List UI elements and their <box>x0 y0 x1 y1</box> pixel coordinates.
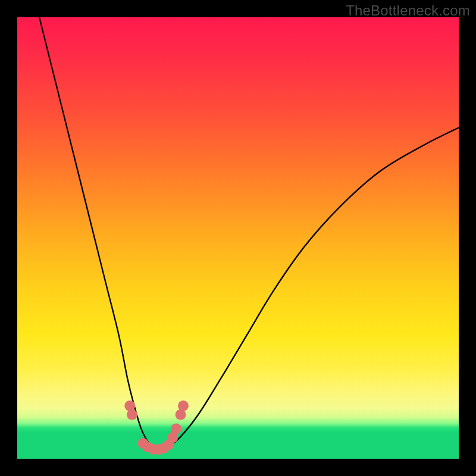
curve-layer <box>17 17 459 459</box>
curve-marker <box>127 409 137 420</box>
plot-area <box>17 17 459 459</box>
curve-marker <box>171 424 181 434</box>
watermark-text: TheBottleneck.com <box>346 2 470 19</box>
curve-markers <box>124 400 189 455</box>
chart-frame: TheBottleneck.com <box>0 0 476 476</box>
curve-marker <box>178 400 189 411</box>
bottleneck-curve <box>39 17 459 450</box>
